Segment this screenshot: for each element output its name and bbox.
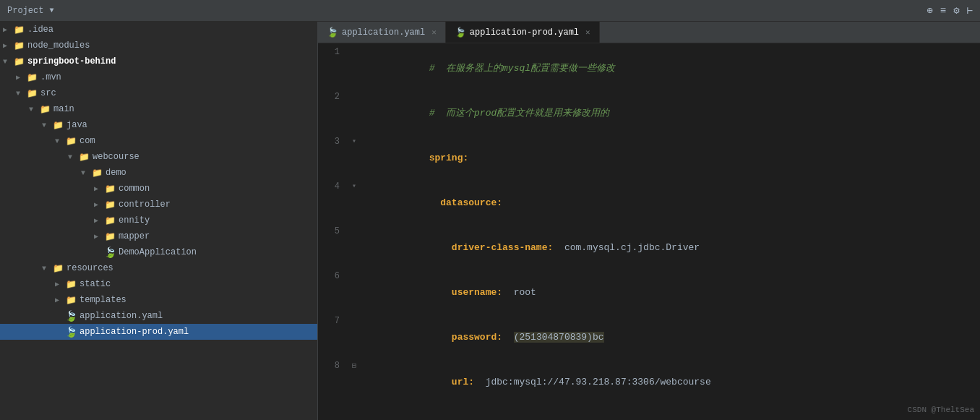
sidebar-label-src: src bbox=[40, 88, 56, 98]
arrow-src bbox=[16, 90, 26, 98]
sidebar-label-springboot: springboot-behind bbox=[27, 56, 116, 67]
code-line-2: 2 # 而这个prod配置文件就是用来修改用的 bbox=[318, 91, 980, 136]
folder-icon-main: 📁 bbox=[39, 104, 51, 114]
key-spring: spring: bbox=[429, 153, 469, 163]
key-username: username: bbox=[452, 287, 502, 298]
line-content-5: driver-class-name: com.mysql.cj.jdbc.Dri… bbox=[361, 226, 980, 270]
sidebar-label-main: main bbox=[53, 104, 74, 114]
sidebar-label-templates: templates bbox=[79, 295, 126, 305]
arrow-mvn bbox=[16, 73, 26, 82]
arrow-node-modules bbox=[3, 41, 13, 50]
sidebar-item-main[interactable]: 📁 main bbox=[0, 101, 317, 117]
code-editor[interactable]: 1 # 在服务器上的mysql配置需要做一些修改 2 # 而这个prod配置文件… bbox=[318, 43, 980, 420]
editor-container: 1 # 在服务器上的mysql配置需要做一些修改 2 # 而这个prod配置文件… bbox=[318, 43, 980, 420]
sidebar-label-controller: controller bbox=[119, 200, 171, 210]
sidebar-item-mapper[interactable]: 📁 mapper bbox=[0, 228, 317, 244]
line-num-8: 8 bbox=[318, 361, 347, 371]
line-content-3: spring: bbox=[361, 137, 980, 180]
line-content-1: # 在服务器上的mysql配置需要做一些修改 bbox=[361, 47, 980, 90]
folder-icon-com: 📁 bbox=[65, 136, 77, 146]
line-content-4: datasource: bbox=[361, 181, 980, 225]
tab-app-yaml[interactable]: 🍃 application.yaml ✕ bbox=[318, 22, 446, 43]
tab-close-app-yaml[interactable]: ✕ bbox=[431, 27, 437, 37]
tab-label-app-prod-yaml: application-prod.yaml bbox=[470, 27, 579, 38]
folder-icon-springboot: 📁 bbox=[13, 56, 25, 67]
gear-icon[interactable]: ⚙ bbox=[953, 4, 959, 17]
sidebar-item-mvn[interactable]: 📁 .mvn bbox=[0, 69, 317, 85]
sidebar-label-node-modules: node_modules bbox=[27, 40, 90, 51]
arrow-common bbox=[94, 184, 104, 193]
arrow-java bbox=[42, 121, 52, 129]
pin-icon[interactable]: ⊢ bbox=[967, 4, 973, 17]
sidebar-item-idea[interactable]: 📁 .idea bbox=[0, 22, 317, 38]
val-password-masked: (251304870839)bc bbox=[514, 332, 604, 343]
sidebar-item-springboot-behind[interactable]: 📁 springboot-behind bbox=[0, 53, 317, 69]
sort-icon[interactable]: ≡ bbox=[940, 5, 946, 17]
arrow-springboot bbox=[3, 58, 13, 66]
arrow-demo bbox=[81, 169, 91, 177]
tab-label-app-yaml: application.yaml bbox=[342, 27, 425, 38]
gutter-4: ▾ bbox=[347, 181, 361, 190]
folder-icon-demo: 📁 bbox=[91, 168, 103, 178]
sidebar-item-resources[interactable]: 📁 resources bbox=[0, 260, 317, 276]
key-driver: driver-class-name: bbox=[452, 242, 553, 253]
sidebar-label-ennity: ennity bbox=[119, 215, 150, 226]
sidebar-item-ennity[interactable]: 📁 ennity bbox=[0, 213, 317, 228]
sidebar-item-common[interactable]: 📁 common bbox=[0, 181, 317, 197]
sidebar-label-com: com bbox=[79, 136, 95, 146]
gutter-8: ⊟ bbox=[347, 361, 361, 370]
sidebar-item-demo-application[interactable]: 🍃 DemoApplication bbox=[0, 244, 317, 260]
line-content-8: url: jdbc:mysql://47.93.218.87:3306/webc… bbox=[361, 361, 980, 404]
sidebar-item-templates[interactable]: 📁 templates bbox=[0, 292, 317, 308]
icon-app-yaml: 🍃 bbox=[65, 311, 77, 321]
sidebar-item-src[interactable]: 📁 src bbox=[0, 85, 317, 101]
sidebar-item-app-yaml[interactable]: 🍃 application.yaml bbox=[0, 308, 317, 324]
tab-icon-app-yaml: 🍃 bbox=[327, 27, 338, 38]
file-tree-sidebar: 📁 .idea 📁 node_modules 📁 springboot-behi… bbox=[0, 22, 318, 420]
arrow-resources bbox=[42, 265, 52, 273]
tab-app-prod-yaml[interactable]: 🍃 application-prod.yaml ✕ bbox=[446, 22, 600, 43]
sidebar-item-app-prod-yaml[interactable]: 🍃 application-prod.yaml bbox=[0, 324, 317, 340]
key-password: password: bbox=[452, 332, 502, 343]
sidebar-item-webcourse[interactable]: 📁 webcourse bbox=[0, 149, 317, 165]
sidebar-label-demo-application: DemoApplication bbox=[119, 247, 197, 257]
folder-icon-java: 📁 bbox=[52, 120, 64, 130]
add-icon[interactable]: ⊕ bbox=[927, 4, 932, 17]
sidebar-item-static[interactable]: 📁 static bbox=[0, 276, 317, 292]
folder-icon-controller: 📁 bbox=[104, 200, 116, 210]
sidebar-item-node-modules[interactable]: 📁 node_modules bbox=[0, 38, 317, 53]
main-layout: 📁 .idea 📁 node_modules 📁 springboot-behi… bbox=[0, 22, 980, 420]
code-line-8: 8 ⊟ url: jdbc:mysql://47.93.218.87:3306/… bbox=[318, 360, 980, 405]
folder-icon-common: 📁 bbox=[104, 184, 116, 194]
arrow-idea bbox=[3, 25, 13, 34]
line-num-4: 4 bbox=[318, 181, 347, 192]
line-content-2: # 而这个prod配置文件就是用来修改用的 bbox=[361, 92, 980, 135]
sidebar-label-mvn: .mvn bbox=[40, 72, 61, 82]
sidebar-label-idea: .idea bbox=[27, 25, 53, 35]
sidebar-item-controller[interactable]: 📁 controller bbox=[0, 197, 317, 213]
sidebar-item-java[interactable]: 📁 java bbox=[0, 117, 317, 133]
arrow-main bbox=[29, 106, 39, 113]
folder-icon-src: 📁 bbox=[26, 88, 38, 98]
arrow-ennity bbox=[94, 216, 104, 225]
sidebar-item-com[interactable]: 📁 com bbox=[0, 133, 317, 149]
line-content-7: password: (251304870839)bc bbox=[361, 316, 980, 359]
sidebar-item-demo[interactable]: 📁 demo bbox=[0, 165, 317, 181]
line-content-6: username: root bbox=[361, 271, 980, 314]
arrow-static bbox=[55, 280, 65, 288]
folder-icon-webcourse: 📁 bbox=[78, 152, 90, 162]
line-num-3: 3 bbox=[318, 137, 347, 147]
top-bar: Project ▼ ⊕ ≡ ⚙ ⊢ bbox=[0, 0, 980, 22]
sidebar-label-resources: resources bbox=[66, 263, 113, 273]
editor-tabs-bar: 🍃 application.yaml ✕ 🍃 application-prod.… bbox=[318, 22, 980, 43]
arrow-com bbox=[55, 137, 65, 145]
code-line-3: 3 ▾ spring: bbox=[318, 136, 980, 181]
sidebar-label-demo: demo bbox=[106, 168, 126, 178]
project-dropdown-icon[interactable]: ▼ bbox=[49, 7, 53, 14]
sidebar-label-app-yaml: application.yaml bbox=[79, 311, 163, 321]
tab-close-app-prod-yaml[interactable]: ✕ bbox=[585, 27, 590, 37]
project-label: Project bbox=[7, 6, 43, 16]
val-url: jdbc:mysql://47.93.218.87:3306/webcourse bbox=[474, 377, 711, 387]
folder-icon-mvn: 📁 bbox=[26, 72, 38, 82]
folder-icon-idea: 📁 bbox=[13, 25, 25, 35]
